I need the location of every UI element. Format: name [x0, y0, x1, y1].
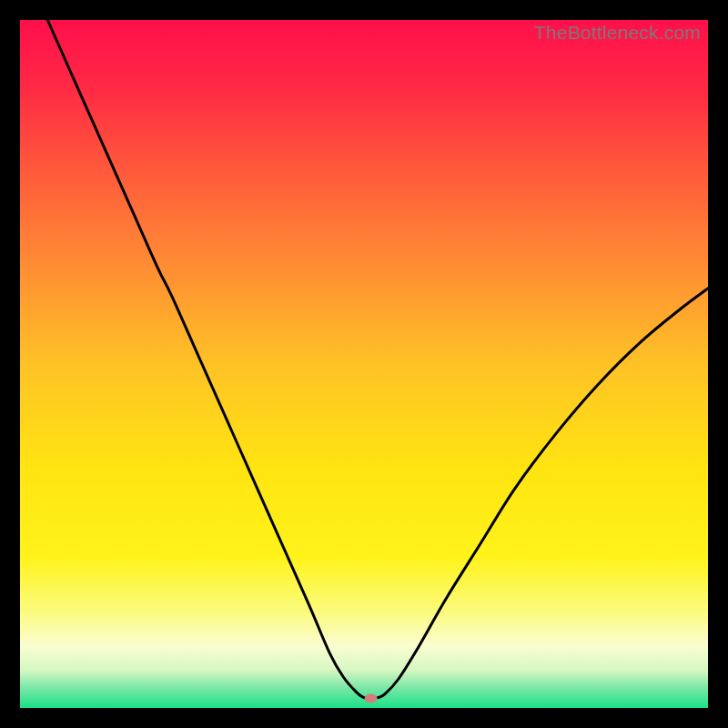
optimal-point-marker: [365, 693, 378, 703]
chart-frame: TheBottleneck.com: [20, 20, 708, 708]
gradient-background: [20, 20, 708, 708]
watermark-text: TheBottleneck.com: [534, 22, 701, 44]
bottleneck-chart: [20, 20, 708, 708]
